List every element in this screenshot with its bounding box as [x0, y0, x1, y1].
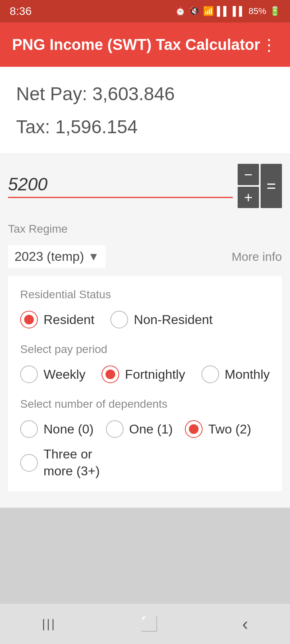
residential-status-label: Residential Status: [20, 288, 270, 301]
radio-one[interactable]: One (1): [106, 420, 173, 438]
radio-resident-inner: [24, 315, 34, 324]
signal-icon: ▌▌: [217, 6, 230, 17]
equals-button[interactable]: =: [261, 164, 282, 208]
radio-non-resident[interactable]: Non-Resident: [110, 311, 213, 328]
navigation-bar: ||| ⬜ ‹: [0, 604, 290, 644]
mute-icon: 🔇: [189, 6, 200, 17]
amount-input-wrapper: [8, 174, 233, 198]
signal2-icon: ▌▌: [233, 6, 245, 17]
pay-period-label: Select pay period: [20, 343, 270, 356]
more-options-icon[interactable]: ⋮: [261, 35, 278, 54]
alarm-icon: ⏰: [175, 6, 186, 17]
radio-none[interactable]: None (0): [20, 420, 94, 438]
results-card: Net Pay: 3,603.846 Tax: 1,596.154: [0, 67, 290, 154]
tax-regime-dropdown[interactable]: 2023 (temp) ▼: [8, 245, 106, 268]
radio-monthly-label: Monthly: [225, 367, 270, 382]
amount-row: − = +: [8, 154, 282, 208]
radio-weekly[interactable]: Weekly: [20, 365, 85, 383]
net-pay-value: Net Pay: 3,603.846: [16, 83, 274, 105]
radio-resident-outer: [20, 311, 38, 328]
radio-weekly-label: Weekly: [44, 367, 85, 382]
radio-two-outer: [185, 420, 203, 438]
app-title: PNG Income (SWT) Tax Calculator: [12, 36, 260, 54]
calculator-buttons: − = +: [238, 164, 282, 208]
dependents-label: Select number of dependents: [20, 398, 270, 411]
status-bar: 8:36 ⏰ 🔇 📶 ▌▌ ▌▌ 85% 🔋: [0, 0, 290, 23]
dropdown-arrow-icon: ▼: [88, 250, 99, 263]
radio-monthly[interactable]: Monthly: [201, 365, 270, 383]
plus-button[interactable]: +: [238, 187, 259, 208]
residential-status-group: Resident Non-Resident: [20, 311, 270, 328]
pay-period-group: Weekly Fortnightly Monthly: [20, 365, 270, 383]
nav-recent-apps-button[interactable]: |||: [42, 617, 56, 631]
dependents-group: None (0) One (1) Two (2) Three or more (…: [20, 420, 270, 479]
input-card: − = + Tax Regime 2023 (temp) ▼ More info…: [0, 154, 290, 508]
radio-none-outer: [20, 420, 38, 438]
radio-non-resident-label: Non-Resident: [134, 312, 213, 327]
nav-back-button[interactable]: ‹: [242, 614, 248, 634]
amount-input[interactable]: [8, 174, 233, 194]
tax-value: Tax: 1,596.154: [16, 116, 274, 138]
radio-fortnightly-outer: [102, 365, 119, 383]
radio-three-plus[interactable]: Three or more (3+): [20, 446, 100, 479]
radio-two[interactable]: Two (2): [185, 420, 251, 438]
radio-non-resident-outer: [110, 311, 128, 328]
tax-regime-value: 2023 (temp): [14, 249, 84, 264]
radio-two-label: Two (2): [208, 422, 251, 437]
radio-fortnightly[interactable]: Fortnightly: [102, 365, 185, 383]
radio-two-inner: [189, 424, 199, 434]
more-info-link[interactable]: More info: [232, 250, 282, 264]
radio-three-plus-label: Three or more (3+): [44, 446, 100, 479]
radio-weekly-outer: [20, 365, 38, 383]
battery-text: 85%: [249, 6, 266, 17]
radio-fortnightly-inner: [106, 369, 115, 379]
tax-regime-label: Tax Regime: [8, 223, 282, 235]
radio-one-outer: [106, 420, 124, 438]
radio-none-label: None (0): [44, 422, 94, 437]
nav-home-button[interactable]: ⬜: [140, 615, 158, 632]
radio-three-plus-outer: [20, 454, 38, 472]
wifi-icon: 📶: [203, 6, 214, 17]
tax-regime-row: 2023 (temp) ▼ More info: [8, 245, 282, 268]
app-bar: PNG Income (SWT) Tax Calculator ⋮: [0, 23, 290, 67]
radio-one-label: One (1): [129, 422, 173, 437]
battery-icon: 🔋: [269, 6, 280, 17]
status-time: 8:36: [10, 5, 32, 18]
radio-monthly-outer: [201, 365, 219, 383]
radio-resident[interactable]: Resident: [20, 311, 94, 328]
radio-fortnightly-label: Fortnightly: [125, 367, 185, 382]
minus-button[interactable]: −: [238, 164, 259, 185]
status-icons: ⏰ 🔇 📶 ▌▌ ▌▌ 85% 🔋: [175, 6, 280, 17]
radio-resident-label: Resident: [44, 312, 94, 327]
residential-status-panel: Residential Status Resident Non-Resident…: [8, 276, 282, 491]
